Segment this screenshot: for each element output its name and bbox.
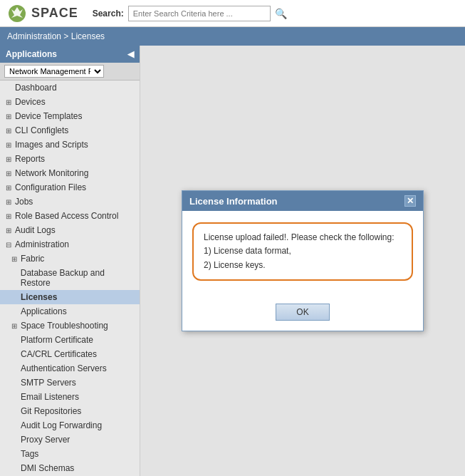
- sidebar-item-label: Device Templates: [15, 111, 83, 121]
- expand-icon: ⊞: [6, 113, 13, 120]
- sidebar-item-label: Git Repositories: [21, 406, 81, 416]
- modal-message-line3: 2) License keys.: [204, 259, 402, 272]
- header: SPACE Search: 🔍: [0, 0, 465, 27]
- sidebar-item-label: Proxy Server: [21, 435, 70, 445]
- sidebar-item-images-and-scripts[interactable]: ⊞Images and Scripts: [0, 138, 140, 152]
- expand-icon: ⊞: [6, 198, 13, 206]
- modal-header: License Information ✕: [182, 191, 423, 211]
- sidebar-item-administration[interactable]: ⊟Administration: [0, 237, 140, 252]
- sidebar-item-database-backup-and-restore[interactable]: Database Backup and Restore: [0, 266, 140, 290]
- modal-message-line2: 1) License data format,: [204, 244, 402, 258]
- sidebar-item-label: Email Listeners: [21, 392, 79, 402]
- sidebar-item-audit-logs[interactable]: ⊞Audit Logs: [0, 223, 140, 237]
- content-area: License Information ✕ License upload fai…: [140, 46, 465, 476]
- expand-icon: ⊞: [6, 98, 13, 106]
- main-layout: Applications ◀ Network Management Platfo…: [0, 46, 465, 476]
- sidebar-item-network-monitoring[interactable]: ⊞Network Monitoring: [0, 166, 140, 180]
- sidebar-item-label: Jobs: [15, 197, 33, 207]
- sidebar-item-label: CLI Configlets: [15, 125, 68, 135]
- sidebar-item-cli-configlets[interactable]: ⊞CLI Configlets: [0, 123, 140, 138]
- expand-icon: ⊞: [6, 155, 13, 163]
- sidebar-item-email-listeners[interactable]: Email Listeners: [0, 390, 140, 404]
- expand-icon: ⊟: [6, 241, 13, 249]
- sidebar-item-label: Administration: [15, 239, 69, 249]
- sidebar-item-label: Fabric: [21, 254, 44, 264]
- sidebar-item-label: Network Monitoring: [15, 168, 88, 178]
- sidebar-item-devices[interactable]: ⊞Devices: [0, 95, 140, 109]
- sidebar-item-platform-certificate[interactable]: Platform Certificate: [0, 333, 140, 347]
- expand-icon: ⊞: [6, 227, 13, 234]
- sidebar-item-label: Images and Scripts: [15, 140, 88, 150]
- sidebar-item-fabric[interactable]: ⊞Fabric: [0, 252, 140, 266]
- sidebar-header: Applications ◀: [0, 46, 140, 63]
- sidebar-item-jobs[interactable]: ⊞Jobs: [0, 195, 140, 209]
- sidebar-item-git-repositories[interactable]: Git Repositories: [0, 404, 140, 418]
- sidebar-item-label: Platform Certificate: [21, 335, 93, 345]
- sidebar-header-title: Applications: [6, 49, 61, 59]
- sidebar-item-smtp-servers[interactable]: SMTP Servers: [0, 376, 140, 390]
- modal-message-line1: License upload failed!. Please check the…: [204, 231, 402, 244]
- modal-close-button[interactable]: ✕: [404, 195, 416, 207]
- app-selector-row: Network Management Platform: [0, 63, 140, 81]
- sidebar-item-audit-log-forwarding[interactable]: Audit Log Forwarding: [0, 418, 140, 433]
- sidebar-item-label: Authentication Servers: [21, 363, 107, 373]
- sidebar-item-label: Licenses: [21, 292, 57, 302]
- expand-icon: ⊞: [11, 255, 19, 263]
- modal-overlay: License Information ✕ License upload fai…: [140, 46, 465, 476]
- sidebar-item-label: Configuration Files: [15, 182, 86, 192]
- sidebar-items: Dashboard⊞Devices⊞Device Templates⊞CLI C…: [0, 81, 140, 476]
- modal-message-box: License upload failed!. Please check the…: [192, 222, 413, 281]
- modal-title: License Information: [189, 196, 278, 207]
- sidebar-item-ca/crl-certificates[interactable]: CA/CRL Certificates: [0, 347, 140, 361]
- search-input[interactable]: [128, 6, 271, 21]
- sidebar-item-label: Reports: [15, 154, 45, 164]
- expand-icon: ⊞: [6, 141, 13, 149]
- sidebar-item-proxy-server[interactable]: Proxy Server: [0, 433, 140, 447]
- sidebar-item-applications[interactable]: Applications: [0, 304, 140, 319]
- modal-footer: OK: [182, 304, 423, 331]
- expand-icon: ⊞: [11, 322, 19, 330]
- sidebar-item-space-troubleshooting[interactable]: ⊞Space Troubleshooting: [0, 319, 140, 333]
- sidebar-item-label: DMI Schemas: [21, 463, 74, 473]
- sidebar-item-tags[interactable]: Tags: [0, 447, 140, 461]
- sidebar-item-dashboard[interactable]: Dashboard: [0, 81, 140, 95]
- sidebar-item-authentication-servers[interactable]: Authentication Servers: [0, 361, 140, 376]
- navbar: Administration > Licenses: [0, 27, 465, 46]
- ok-button[interactable]: OK: [276, 304, 329, 321]
- app-select[interactable]: Network Management Platform: [4, 65, 104, 78]
- sidebar-item-reports[interactable]: ⊞Reports: [0, 152, 140, 166]
- sidebar-item-label: SMTP Servers: [21, 378, 76, 388]
- sidebar-item-device-templates[interactable]: ⊞Device Templates: [0, 109, 140, 123]
- expand-icon: ⊞: [6, 212, 13, 220]
- sidebar-item-licenses[interactable]: Licenses: [0, 290, 140, 304]
- sidebar-item-role-based-access-control[interactable]: ⊞Role Based Access Control: [0, 209, 140, 223]
- search-area: Search: 🔍: [93, 6, 287, 21]
- sidebar-item-label: Audit Logs: [15, 225, 56, 235]
- logo-icon: [7, 4, 27, 24]
- sidebar: Applications ◀ Network Management Platfo…: [0, 46, 140, 476]
- sidebar-item-dmi-schemas[interactable]: DMI Schemas: [0, 461, 140, 475]
- sidebar-item-label: Applications: [21, 306, 67, 316]
- sidebar-item-label: Role Based Access Control: [15, 211, 118, 221]
- license-information-modal: License Information ✕ License upload fai…: [182, 190, 424, 331]
- sidebar-item-label: Database Backup and Restore: [21, 268, 134, 288]
- sidebar-item-label: Space Troubleshooting: [21, 321, 108, 331]
- modal-body: License upload failed!. Please check the…: [182, 211, 423, 304]
- logo-area: SPACE: [7, 4, 78, 24]
- search-label: Search:: [93, 9, 124, 19]
- search-icon[interactable]: 🔍: [275, 8, 287, 19]
- sidebar-item-label: Audit Log Forwarding: [21, 420, 102, 430]
- expand-icon: ⊞: [6, 170, 13, 177]
- sidebar-item-label: CA/CRL Certificates: [21, 349, 97, 359]
- sidebar-item-label: Devices: [15, 97, 46, 107]
- expand-icon: ⊞: [6, 184, 13, 192]
- sidebar-collapse-button[interactable]: ◀: [127, 49, 134, 59]
- logo-text: SPACE: [31, 6, 78, 21]
- sidebar-item-configuration-files[interactable]: ⊞Configuration Files: [0, 180, 140, 195]
- sidebar-item-label: Tags: [21, 449, 38, 459]
- applications-label: Applications: [6, 49, 57, 59]
- expand-icon: ⊞: [6, 127, 13, 135]
- breadcrumb: Administration > Licenses: [7, 31, 105, 41]
- sidebar-item-label: Dashboard: [15, 83, 57, 93]
